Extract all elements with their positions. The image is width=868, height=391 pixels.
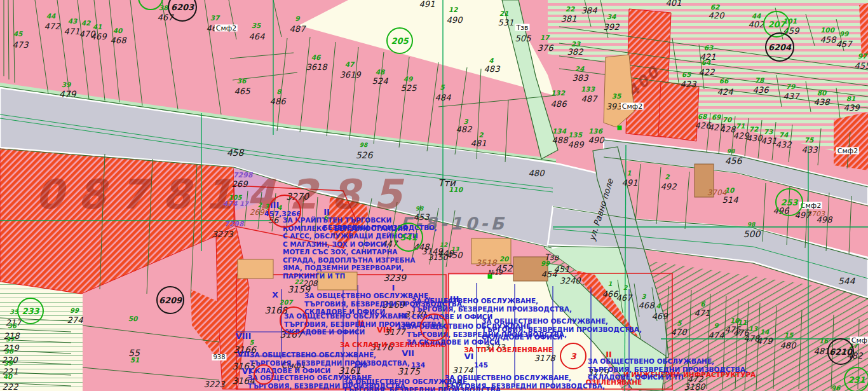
- parcel-number: 468: [639, 301, 654, 310]
- parcel-number: 3619: [339, 71, 360, 79]
- parcel-index-number: 71: [736, 123, 745, 130]
- parcel-number: 473: [13, 41, 29, 49]
- parcel-index-number: 9: [714, 322, 718, 329]
- parcel-number: 437: [783, 92, 799, 100]
- circle-marker-number: 231: [848, 375, 865, 385]
- parcel-number: 455: [855, 62, 868, 70]
- parcel-index-number: 14: [760, 329, 770, 336]
- red-circle-marker: [268, 195, 301, 228]
- parcel-number: 431: [761, 137, 777, 145]
- parcel-index-number: 10: [725, 187, 735, 194]
- parcel-index-number: 79: [786, 83, 796, 90]
- parcel-number: 472: [44, 22, 60, 31]
- parcel-number: 401: [666, 0, 682, 7]
- parcel-number: 486: [551, 100, 567, 108]
- parcel-index-number: 5: [440, 84, 444, 91]
- parcel-number: 480: [780, 341, 796, 350]
- parcel-index-number: 80: [817, 90, 827, 97]
- zone-annotation-red: ЗА ТП И ОЗЕЛЕНЯВАНЕ: [464, 346, 553, 353]
- circle-marker-number: 205: [391, 36, 408, 46]
- zoning-text-line: ТЪРГОВИЯ, БЕЗВРЕДНИ ПРОИЗВОДСТВА,: [482, 326, 642, 334]
- cadastral-map-viewport[interactable]: 087814285400479458526456500544Тти110Г-8-…: [0, 0, 868, 391]
- parcel-index-number: 45: [13, 31, 23, 38]
- parcel-index-number: 37: [210, 15, 220, 22]
- parcel-number: 469: [652, 312, 668, 320]
- parcel-number: 384: [581, 6, 597, 15]
- circle-marker-number: 6204: [768, 43, 791, 52]
- parcel-number: 484: [435, 93, 451, 102]
- zoning-text-line: ЗА КРАЙПЪТЕН ТЪРГОВСКИ: [283, 216, 418, 224]
- circle-marker-number: 541: [400, 233, 417, 242]
- parcel-number: 479: [757, 337, 773, 345]
- parcel-index-number: 40: [113, 27, 123, 34]
- parcel-index-number: 15: [784, 332, 794, 339]
- parcel-number: 274: [67, 316, 83, 324]
- parcel-number: 481: [471, 139, 487, 147]
- black-circle-marker: 6210: [827, 338, 854, 365]
- green-circle-marker: 233: [17, 298, 44, 324]
- parcel-number: 3174: [452, 366, 473, 374]
- zoning-text-line: МОТЕЛ СЪС ЗОХ, САНИТАРНА: [283, 248, 418, 256]
- parcel-number: 470: [671, 328, 687, 336]
- parcel-number: 491: [622, 179, 638, 187]
- circle-marker-number: 207: [768, 20, 785, 29]
- parcel-number: 458: [820, 36, 836, 44]
- parcel-index-number: 34: [607, 13, 616, 20]
- parcel-number: 490: [588, 136, 604, 144]
- parcel-index-number: 133: [581, 86, 595, 93]
- parcel-number: 423: [681, 80, 696, 88]
- parcel-number: 269: [232, 180, 248, 188]
- red-circle-marker: [254, 364, 274, 385]
- parcel-number: 491: [419, 0, 435, 8]
- parcel-index-number: 17: [540, 34, 550, 41]
- zoning-text-line: ТЪРГОВИЯ, БЕЗВРЕДНИ ПРОИЗВОДСТВА,: [412, 305, 572, 313]
- green-square-marker: [618, 126, 622, 130]
- zone-type-label: Смф2: [621, 103, 644, 110]
- parcel-index-number: 43: [68, 18, 78, 25]
- parcel-number: 464: [249, 32, 265, 41]
- zoning-text-line: СГРАДА, ВОДОПЛЪТНА ИЗГРЕБНА: [283, 256, 418, 264]
- plan-reference-number: 474: [223, 200, 238, 207]
- zoning-text-line: ЯМА, ПОДЗЕМНИ РЕЗЕРВОАРИ,: [283, 264, 418, 272]
- zoning-text-line: СКЛАДОВЕ, ОФИСИ И ТП: [588, 373, 748, 381]
- zoning-text-block: ЗА ОБЩЕСТВЕНО ОБСЛУЖВАНЕ,ТЪРГОВИЯ, БЕЗВР…: [588, 357, 748, 381]
- parcel-index-number: 39: [4, 360, 13, 367]
- parcel-index-number: 98: [416, 206, 424, 212]
- parcel-index-number: 12: [449, 6, 458, 13]
- parcel-index-number: 12: [440, 242, 448, 248]
- green-circle-marker: 253: [775, 188, 803, 216]
- parcel-number: 505: [515, 34, 531, 43]
- parcel-number: 479: [59, 90, 76, 99]
- parcel-number: 531: [498, 18, 514, 27]
- parcel-index-number: 75: [804, 137, 814, 144]
- circle-marker-number: 6209: [159, 296, 182, 305]
- parcel-index-number: 8: [276, 88, 281, 95]
- parcel-index-number: 73: [764, 128, 773, 135]
- parcel-number: 222: [3, 383, 18, 391]
- red-circle-marker: [280, 306, 308, 334]
- zoning-text-line: ПАРКИНГИ И ТП: [283, 272, 418, 280]
- parcel-number: 456: [725, 156, 742, 165]
- parcel-number: 3618: [306, 63, 327, 71]
- parcel-index-number: 44: [752, 13, 761, 20]
- parcel-number: 439: [844, 104, 860, 112]
- parcel-number: 490: [447, 16, 463, 24]
- parcel-number: 525: [401, 84, 417, 92]
- parcel-index-number: 37: [6, 336, 15, 343]
- parcel-index-number: 16: [819, 338, 829, 345]
- parcel-number: 544: [838, 277, 855, 285]
- subparcel-roman-numeral: VII: [237, 350, 250, 358]
- zone-type-label: Тзв: [515, 24, 529, 31]
- parcel-index-number: 100: [820, 27, 834, 34]
- parcel-number: 483: [484, 65, 500, 73]
- parcel-index-number: 136: [588, 128, 602, 135]
- parcel-number: 524: [372, 77, 388, 85]
- zone-type-label: Смф2: [850, 337, 868, 344]
- parcel-index-number: 6: [700, 301, 705, 308]
- parcel-number: 487: [290, 25, 306, 33]
- watermark-text: 400: [625, 63, 663, 99]
- street-name-label: ул. Равно поле: [588, 178, 614, 242]
- watermark-text: 087814285: [36, 174, 416, 215]
- parcel-index-number: 110: [449, 186, 463, 193]
- zoning-text-block: ЗА ОБЩЕСТВЕНО ОБСЛУЖВАНЕ,ТЪРГОВИЯ, БЕЗВР…: [482, 317, 642, 341]
